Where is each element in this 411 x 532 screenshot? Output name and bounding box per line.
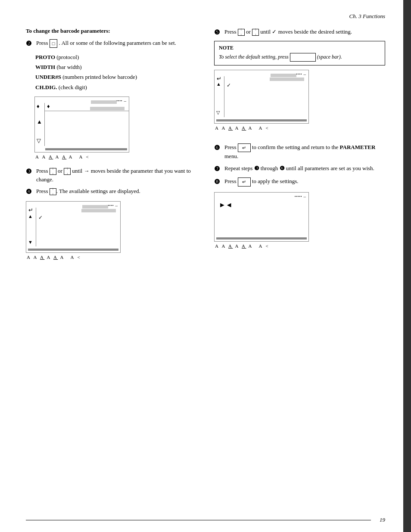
- screen1-container: ▪▪▪▪▪ – ♦ ♦: [34, 96, 134, 163]
- param-proto: PROTO (protocol): [35, 52, 197, 62]
- step-5-key1: ↑↓: [238, 29, 245, 36]
- screen2-bottom-seg: [28, 249, 118, 251]
- step-6: ❻ Press ↵ to confirm the setting and ret…: [214, 143, 385, 161]
- step-2-text: Press □ . All or some of the following p…: [36, 39, 197, 48]
- param-width: WIDTH (bar width): [35, 62, 197, 72]
- screen3: ▪▪▪▪▪ – ↵ ▲: [214, 70, 309, 124]
- screen3-container: ▪▪▪▪▪ – ↵ ▲: [214, 70, 313, 137]
- right-column: ❺ Press ↑↓ or ↑↓ until ✓ moves beside th…: [214, 28, 385, 269]
- screen2-enter: ↵: [28, 207, 33, 214]
- step-4: ❹ Press ↑↓. The available settings are d…: [26, 187, 197, 197]
- screen2-content-bar: [81, 207, 116, 214]
- screen1-bottom-text: A A A A A A A <: [35, 154, 134, 159]
- step-7: ❼ Repeat steps ❸ through ❻ until all par…: [214, 164, 385, 174]
- screen4-dash: –: [304, 194, 306, 199]
- page: Ch. 3 Functions To change the barcode pa…: [0, 0, 411, 532]
- screen2-down: ▼: [28, 240, 33, 245]
- param-chdig: CH.DIG. (check digit): [35, 82, 197, 92]
- step-2-key: □: [50, 39, 58, 48]
- step-4-text: Press ↑↓. The available settings are dis…: [36, 187, 197, 196]
- footer-line: [26, 520, 371, 520]
- screen4-bottom-text: A A A A A A A <: [215, 243, 313, 249]
- screen4-container: ▪▪▪▪▪ – ►◄ A A A A A A A <: [214, 192, 313, 257]
- page-footer: 19: [0, 516, 411, 523]
- screen4-play: ►◄: [219, 201, 233, 209]
- screen1-content-bar: [90, 105, 125, 112]
- screen1-left-divider: [44, 103, 45, 146]
- step-8-key: ↵: [238, 177, 251, 187]
- step-3-text: Press ↑↓ or ↑↓ until → moves beside the …: [36, 167, 197, 184]
- step-6-text: Press ↵ to confirm the setting and retur…: [224, 143, 385, 161]
- screen3-up: ▲: [216, 81, 221, 87]
- step-3-key1: ↑↓: [50, 168, 56, 175]
- screen1-arrow-icon: ♦: [37, 103, 40, 110]
- screen2-left-divider: [36, 208, 36, 246]
- screen1-down-icon: ▽: [37, 137, 41, 144]
- step-2-num: ❷: [26, 39, 34, 49]
- screen4-dots: ▪▪▪▪▪: [295, 195, 302, 198]
- chapter-title: Ch. 3 Functions: [349, 13, 385, 19]
- page-number: 19: [380, 516, 385, 523]
- screen1-dash: –: [124, 98, 127, 103]
- screen4-topbar: ▪▪▪▪▪ –: [295, 194, 306, 199]
- step-6-num: ❻: [214, 143, 222, 153]
- screen1-bottom-seg: [45, 148, 127, 150]
- step-8-text: Press ↵ to apply the settings.: [224, 177, 385, 186]
- step-4-num: ❹: [26, 187, 34, 197]
- screen3-check: ✓: [227, 82, 231, 89]
- screen3-bottom-seg: [216, 119, 307, 121]
- screen3-content-bar: [270, 75, 304, 82]
- note-spacebar-key: [290, 53, 316, 62]
- screen2: ▪▪▪▪▪ – ↵ ▲: [26, 201, 121, 253]
- screen1-inner-arrow: ♦: [47, 103, 50, 110]
- step-5-num: ❺: [214, 28, 222, 37]
- step-8: ❽ Press ↵ to apply the settings.: [214, 177, 385, 187]
- step-3-num: ❸: [26, 167, 34, 177]
- step-3: ❸ Press ↑↓ or ↑↓ until → moves beside th…: [26, 167, 197, 184]
- step-2: ❷ Press □ . All or some of the following…: [26, 39, 197, 49]
- step-7-num: ❼: [214, 164, 222, 174]
- screen2-container: ▪▪▪▪▪ – ↵ ▲: [26, 201, 125, 266]
- screen4: ▪▪▪▪▪ – ►◄: [214, 192, 309, 242]
- screen4-bottom-seg: [216, 237, 307, 240]
- step-5-key2: ↑↓: [252, 29, 259, 36]
- chapter-tab: [403, 0, 411, 532]
- left-column: To change the barcode parameters: ❷ Pres…: [26, 28, 197, 269]
- step-8-num: ❽: [214, 177, 222, 187]
- step-3-key2: ↑↓: [64, 168, 71, 175]
- screen1: ▪▪▪▪▪ – ♦ ♦: [34, 96, 129, 152]
- step-2-press: Press: [36, 40, 50, 46]
- screen2-check: ✓: [38, 215, 43, 221]
- note-title: NOTE: [219, 45, 380, 51]
- step-4-key: ↑↓: [50, 188, 56, 195]
- note-text: To select the default setting, press (sp…: [219, 53, 380, 62]
- step-5: ❺ Press ↑↓ or ↑↓ until ✓ moves beside th…: [214, 28, 385, 37]
- main-content: To change the barcode parameters: ❷ Pres…: [26, 28, 385, 269]
- step-7-text: Repeat steps ❸ through ❻ until all param…: [224, 164, 385, 173]
- section-title: To change the barcode parameters:: [26, 28, 197, 34]
- note-box: NOTE To select the default setting, pres…: [214, 41, 385, 66]
- screen1-graybar: [91, 98, 117, 105]
- step-6-key: ↵: [238, 143, 251, 152]
- screen2-up: ▲: [28, 214, 33, 219]
- screen2-bottom-text: A A A A A A A <: [27, 255, 125, 260]
- step-2-cont: . All or some of the following parameter…: [59, 40, 176, 46]
- chapter-header: Ch. 3 Functions: [26, 13, 385, 20]
- step-5-text: Press ↑↓ or ↑↓ until ✓ moves beside the …: [224, 28, 385, 36]
- screen1-up-icon: ▲: [37, 118, 42, 125]
- screen3-down: ▽: [216, 110, 220, 115]
- screen3-left-divider: [224, 76, 224, 117]
- param-list: PROTO (protocol) WIDTH (bar width) UNDER…: [35, 52, 197, 93]
- screen3-bottom-text: A A A A A A A <: [215, 125, 313, 131]
- param-unders: UNDER#S (numbers printed below barcode): [35, 72, 197, 82]
